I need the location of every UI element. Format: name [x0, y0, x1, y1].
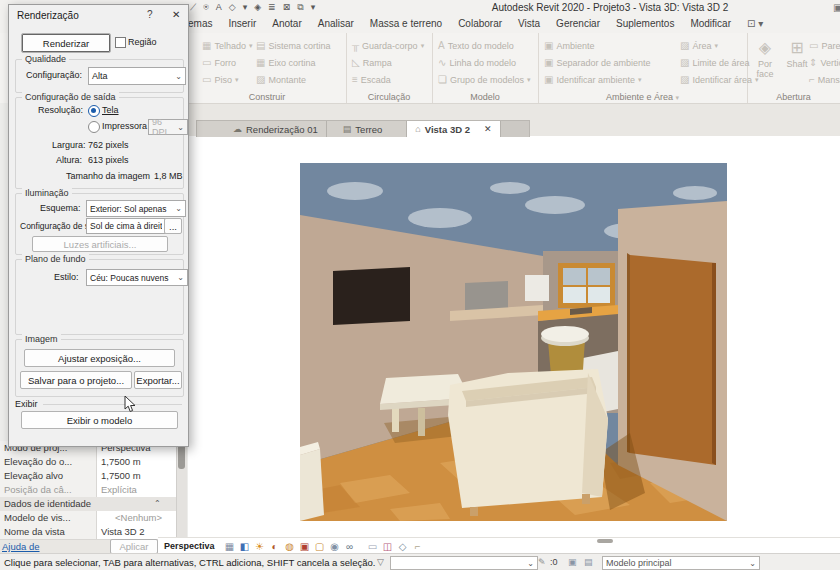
dpi-dropdown[interactable]: 96 DPI⌄: [148, 119, 188, 135]
property-row[interactable]: Posição da câ...Explícita: [0, 483, 176, 498]
exclude-options-icon[interactable]: ▤: [584, 557, 593, 567]
crop-region-icon[interactable]: ▢: [313, 540, 327, 553]
ribbon-button-piso[interactable]: ▭Piso▾: [202, 72, 238, 87]
adjust-exposure-button[interactable]: Ajustar exposição...: [24, 349, 175, 367]
ribbon-button-texto-do-modelo[interactable]: ATexto do modelo: [438, 38, 514, 53]
ribbon-button-identificar-ambiente[interactable]: ▣Identificar ambiente▾: [544, 72, 642, 87]
ribbon-button-limite-de-area[interactable]: ▨Limite de área: [680, 55, 750, 70]
view-tab-vista-3d-2[interactable]: ⌂ Vista 3D 2 ✕: [407, 121, 500, 137]
ribbon-button-montante[interactable]: ▨Montante: [256, 72, 306, 87]
export-button[interactable]: Exportar...: [134, 371, 182, 389]
section-icon[interactable]: ◈: [254, 2, 261, 13]
shadows-icon[interactable]: ◐: [268, 540, 282, 553]
chevron-down-icon: ⌄: [175, 72, 182, 81]
tab-inserir[interactable]: Inserir: [228, 18, 256, 29]
save-to-project-button[interactable]: Salvar para o projeto...: [20, 371, 132, 389]
tab-gerenciar[interactable]: Gerenciar: [556, 18, 600, 29]
isolate-icon[interactable]: ◫: [381, 540, 395, 553]
scrollbar-thumb-horizontal[interactable]: [597, 539, 613, 543]
worksets-dropdown[interactable]: ⌄: [390, 556, 538, 570]
ribbon-button-sistema-cortina[interactable]: ▤Sistema cortina: [256, 38, 330, 53]
render-dialog-icon[interactable]: ◍: [283, 540, 297, 553]
tab-suplementos[interactable]: Suplementos: [616, 18, 674, 29]
ribbon-button-forro[interactable]: ▭Forro: [202, 55, 236, 70]
help-icon[interactable]: ?: [147, 9, 153, 20]
properties-scrollbar[interactable]: [176, 441, 187, 539]
text-icon[interactable]: A: [216, 2, 222, 13]
ribbon-button-grupo-de-modelos[interactable]: ❏Grupo de modelos▾: [438, 72, 531, 87]
ribbon-button-linha-do-modelo[interactable]: ∿Linha do modelo: [438, 55, 516, 70]
group-label-ambiente-e-area[interactable]: Ambiente e Área ▾: [538, 92, 747, 102]
reveal-constraints-icon[interactable]: ⌐: [411, 540, 425, 553]
lighting-scheme-dropdown[interactable]: Exterior: Sol apenas⌄: [86, 200, 186, 217]
background-style-dropdown[interactable]: Céu: Poucas nuvens⌄: [86, 269, 188, 286]
dropdown-arrow-icon[interactable]: ▾: [243, 2, 248, 13]
quality-dropdown[interactable]: Alta⌄: [88, 67, 186, 85]
close-hidden-windows-icon[interactable]: ⊠: [283, 2, 291, 13]
visual-style-icon[interactable]: ◧: [238, 540, 252, 553]
sun-path-icon[interactable]: ☀: [253, 540, 267, 553]
infocenter-icon[interactable]: ▣: [833, 2, 840, 13]
design-option-dropdown[interactable]: Modelo principal⌄: [602, 556, 760, 570]
switch-windows-icon[interactable]: ⧉: [297, 2, 303, 13]
region-checkbox[interactable]: [115, 37, 126, 48]
view-tab-renderizacao-01[interactable]: ☁ Renderização 01: [197, 121, 327, 137]
artificial-lights-button[interactable]: Luzes artificiais...: [32, 236, 168, 252]
default-3d-view-icon[interactable]: ◇: [229, 2, 236, 13]
editable-only-icon[interactable]: ✎: [538, 557, 546, 567]
ribbon-button-ambiente[interactable]: ▣Ambiente: [544, 38, 594, 53]
ribbon-button-area[interactable]: ▨Área▾: [680, 38, 718, 53]
ribbon-button-parede[interactable]: ▭Parede: [809, 38, 840, 53]
printer-radio[interactable]: [88, 121, 100, 133]
tab-colaborar[interactable]: Colaborar: [458, 18, 502, 29]
ribbon-button-rampa[interactable]: ◺Rampa: [352, 55, 392, 70]
tab-vista[interactable]: Vista: [518, 18, 540, 29]
property-row[interactable]: Elevação alvo1,7500 m: [0, 469, 176, 484]
sun-setting-browse-button[interactable]: ...: [164, 218, 182, 234]
tab-massa-e-terreno[interactable]: Massa e terreno: [370, 18, 442, 29]
tab-anotar[interactable]: Anotar: [272, 18, 301, 29]
close-tab-icon[interactable]: ✕: [484, 124, 492, 134]
ribbon-button-por-face[interactable]: ◈Por face: [749, 37, 781, 89]
temporary-view-properties-icon[interactable]: ▭: [366, 540, 380, 553]
design-options-icon[interactable]: ▣: [568, 557, 577, 567]
collapse-section-icon[interactable]: ⌃: [154, 497, 161, 511]
ribbon-button-guarda-corpo[interactable]: ╥Guarda-corpo▾: [352, 38, 424, 53]
reveal-hidden-icon[interactable]: ∞: [343, 540, 357, 553]
roof-icon: ▦: [202, 41, 211, 51]
tab-modificar[interactable]: Modificar: [690, 18, 731, 29]
view-scale-icon[interactable]: ▦: [223, 540, 237, 553]
apply-button[interactable]: Aplicar: [110, 539, 158, 554]
sun-setting-field[interactable]: Sol de cima à direit: [86, 218, 168, 234]
screen-radio[interactable]: [88, 105, 100, 117]
show-model-button[interactable]: Exibir o modelo: [21, 411, 178, 429]
ribbon-button-vertical[interactable]: ⇕Vertical: [809, 55, 840, 70]
property-row[interactable]: Elevação do o...1,7500 m: [0, 455, 176, 470]
analytical-model-icon[interactable]: ◇: [396, 540, 410, 553]
tab-analisar[interactable]: Analisar: [318, 18, 354, 29]
close-icon[interactable]: ✕: [172, 9, 180, 20]
view-tab-terreo[interactable]: ▤ Terreo: [327, 121, 407, 137]
crop-view-icon[interactable]: ▣: [298, 540, 312, 553]
property-row[interactable]: Modelo de vis...<Nenhum>: [0, 511, 176, 526]
tab-sistemas[interactable]: emas: [188, 18, 212, 29]
thin-lines-icon[interactable]: ≣: [268, 2, 276, 13]
render-3d-view[interactable]: [300, 163, 727, 521]
status-bar: Clique para selecionar, TAB para alterna…: [0, 553, 840, 570]
customize-qat-icon[interactable]: ▾: [311, 2, 316, 13]
ribbon-button-escada[interactable]: ≡Escada: [352, 72, 391, 87]
ribbon-group-modelo: ATexto do modelo ∿Linha do modelo ❏Grupo…: [432, 33, 539, 103]
render-button[interactable]: Renderizar: [21, 33, 111, 53]
measure-icon[interactable]: ⟋: [190, 2, 196, 13]
filter-icon[interactable]: ▽: [377, 557, 384, 567]
locked-view-icon[interactable]: ◉: [328, 540, 342, 553]
ribbon-button-eixo-cortina[interactable]: ▦Eixo cortina: [256, 55, 315, 70]
model-group-icon: ❏: [438, 75, 447, 85]
ribbon-display-toggle-icon[interactable]: ⊡ ▾: [747, 18, 763, 29]
property-section-header[interactable]: Dados de identidade⌃: [0, 497, 176, 512]
ribbon-button-separador-de-ambiente[interactable]: ▣Separador de ambiente: [544, 55, 651, 70]
ribbon-button-mansarda[interactable]: ⌐Mansar: [809, 72, 840, 87]
ribbon-button-telhado[interactable]: ▦Telhado▾: [202, 38, 253, 53]
property-row[interactable]: Nome da vistaVista 3D 2: [0, 525, 176, 540]
tag-icon[interactable]: ⍟: [203, 2, 208, 13]
